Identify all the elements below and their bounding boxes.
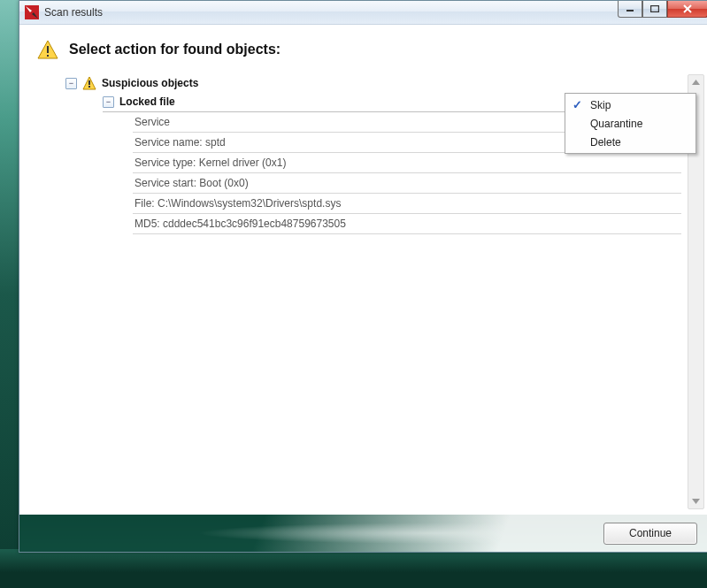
dropdown-item-label: Skip	[590, 99, 611, 111]
dropdown-item-delete[interactable]: Delete	[567, 133, 694, 151]
scan-results-window: Scan results	[19, 0, 707, 553]
scroll-up-icon[interactable]	[688, 75, 703, 89]
footer-bar: Continue	[19, 515, 707, 552]
detail-row: File: C:\Windows\system32\Drivers\sptd.s…	[133, 194, 681, 214]
dropdown-item-quarantine[interactable]: Quarantine	[567, 114, 694, 133]
detail-row: Service type: Kernel driver (0x1)	[133, 153, 681, 173]
svg-rect-8	[47, 46, 49, 53]
maximize-button[interactable]	[642, 1, 667, 18]
warning-icon	[82, 76, 96, 90]
group-label: Suspicious objects	[102, 77, 198, 89]
dropdown-item-skip[interactable]: ✓ Skip	[567, 95, 694, 114]
detail-row: MD5: cdddec541bc3c96f91ecb48759673505	[133, 214, 681, 234]
action-dropdown-menu: ✓ Skip Quarantine Delete	[565, 93, 696, 154]
collapse-icon[interactable]: −	[65, 78, 77, 89]
svg-rect-3	[626, 10, 634, 11]
app-icon	[25, 5, 39, 19]
svg-rect-11	[88, 80, 90, 85]
header-row: Select action for found objects:	[19, 25, 707, 69]
svg-rect-12	[88, 86, 90, 88]
scroll-down-icon[interactable]	[688, 494, 703, 508]
svg-marker-13	[692, 80, 700, 85]
dropdown-item-label: Quarantine	[590, 118, 642, 130]
collapse-icon[interactable]: −	[103, 96, 114, 108]
minimize-button[interactable]	[618, 1, 642, 18]
continue-label: Continue	[629, 527, 672, 539]
detail-row: Service start: Boot (0x0)	[133, 173, 681, 194]
item-label: Locked file	[119, 95, 175, 108]
window-title: Scan results	[44, 6, 103, 19]
continue-button[interactable]: Continue	[603, 523, 697, 545]
titlebar[interactable]: Scan results	[19, 1, 707, 25]
page-title: Select action for found objects:	[69, 42, 280, 57]
svg-marker-14	[692, 499, 700, 504]
svg-rect-4	[651, 6, 659, 12]
close-button[interactable]	[667, 1, 707, 18]
warning-icon	[37, 39, 58, 60]
dropdown-item-label: Delete	[590, 136, 621, 149]
svg-rect-9	[47, 55, 49, 57]
check-icon: ✓	[573, 98, 582, 111]
